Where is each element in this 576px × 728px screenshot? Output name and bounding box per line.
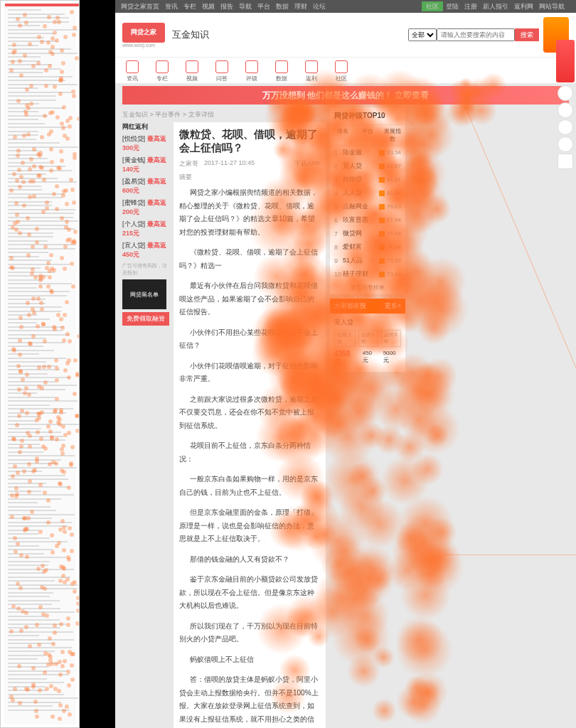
paragraph: 蚂蚁借呗上不上征信 — [179, 653, 320, 667]
topbar-link[interactable]: 报告 — [220, 3, 233, 10]
promo-header: 网红返利 — [122, 122, 169, 132]
nav-icon — [335, 60, 348, 73]
topbar-home[interactable]: 网贷之家首页 — [121, 2, 159, 11]
hot-more[interactable]: 更多> — [385, 301, 401, 311]
promo-item[interactable]: [宜人贷] 最高返450元 — [122, 241, 169, 259]
ranking-row[interactable]: 3拍拍贷81.01 — [330, 173, 405, 186]
logo[interactable]: 网贷之家 — [122, 23, 165, 43]
nav-item[interactable]: 资讯 — [122, 60, 142, 80]
category-title: 互金知识 — [172, 28, 209, 41]
ranking-row[interactable]: 1陆金服83.34 — [330, 146, 405, 159]
promo-item[interactable]: [蜜蜂贷] 最高返200元 — [122, 198, 169, 217]
topbar-right-link[interactable]: 网站导航 — [539, 3, 565, 10]
paragraph: 所以我们现在了，千万别以为现在目前特别火的小贷产品吧。 — [179, 620, 320, 646]
left-column: 互金知识 > 平台事件 > 文章详情 网红返利 [悦悦贷] 最高返300元[黄金… — [122, 107, 326, 728]
ranking-row[interactable]: 2宜人贷81.97 — [330, 159, 405, 173]
topbar-link[interactable]: 导航 — [239, 3, 252, 10]
ranking-more[interactable]: 查看完整榜单 — [330, 281, 405, 294]
float-icons — [558, 85, 573, 171]
paragraph: 网贷之家小编根据舆情频道的相关数据，精心整理的关于《微粒贷、花呗、借呗，逾期了会… — [179, 186, 320, 239]
ranking-row[interactable]: 951人品73.95 — [330, 254, 405, 267]
ranking-row[interactable]: 8爱财富74.04 — [330, 240, 405, 254]
share-icon[interactable] — [558, 85, 573, 101]
weibo-icon[interactable] — [558, 119, 573, 135]
breadcrumb: 互金知识 > 平台事件 > 文章详情 — [122, 107, 326, 122]
phone-icon[interactable] — [558, 136, 573, 152]
paragraph: 但是京东金融里面的金条，原理「打借」原理是一样，说也是会影响征信的办法，意思就是… — [179, 506, 320, 546]
main: 互金知识 > 平台事件 > 文章详情 网红返利 [悦悦贷] 最高返300元[黄金… — [115, 107, 576, 728]
promo-cta[interactable]: 免费领取融资 — [122, 312, 169, 326]
article-date: 2017-11-27 10:45 — [204, 159, 255, 168]
ranking-row[interactable]: 7微贷网77.48 — [330, 227, 405, 240]
rank-badge-icon — [379, 177, 385, 183]
topbar-right-link[interactable]: 登陆 — [446, 3, 459, 10]
divider — [80, 0, 115, 728]
topbar-link[interactable]: 数据 — [276, 3, 289, 10]
hot-name[interactable]: 宜人贷 — [334, 318, 401, 327]
nav-item[interactable]: 返利 — [302, 60, 321, 80]
ranking-row[interactable]: 10桔子理财73.69 — [330, 267, 405, 281]
topbar-right-link[interactable]: 返利网 — [514, 3, 533, 10]
right-column: 网贷评级TOP10 排名 平台 发展指数 1陆金服83.342宜人贷81.973… — [330, 107, 405, 728]
topbar-link[interactable]: 视频 — [202, 3, 215, 10]
promo-ad-image[interactable]: 网贷黑名单 — [122, 279, 166, 309]
rank-badge-icon — [379, 258, 385, 264]
header: 网贷之家 www.wdzj.com 互金知识 全部 搜索 — [115, 13, 576, 57]
promo-banner[interactable]: 万万没想到 他们都是这么赚钱的！ 立即查看 — [122, 86, 569, 105]
nav-icon — [186, 60, 198, 73]
nav-icon — [245, 60, 258, 73]
hot-widget: 大家都在投 更多> 宜人贷 近期上线 运营1年 运营3年 4350元 450元 … — [330, 299, 405, 372]
nav-icon — [126, 60, 139, 73]
nav-item[interactable]: 数据 — [272, 60, 292, 80]
paragraph: 《微粒贷、花呗、借呗，逾期了会上征信吗？》精选一 — [179, 246, 320, 272]
top-icon[interactable] — [558, 154, 573, 169]
promo-disclaimer: 广告可信有风险，注意甄别 — [122, 262, 169, 277]
rank-badge-icon — [379, 231, 385, 237]
promo-item[interactable]: [悦悦贷] 最高返300元 — [122, 134, 169, 153]
wechat-icon[interactable] — [558, 102, 573, 118]
ranking-row[interactable]: 6玖富普惠77.94 — [330, 213, 405, 227]
nav-icon — [156, 60, 169, 73]
nav-item[interactable]: 评级 — [242, 60, 262, 80]
nav-item[interactable]: 问答 — [212, 60, 232, 80]
rank-badge-icon — [379, 245, 385, 250]
ranking-widget: 网贷评级TOP10 排名 平台 发展指数 1陆金服83.342宜人贷81.973… — [330, 107, 405, 294]
nav-item[interactable]: 视频 — [182, 60, 202, 80]
nav-item[interactable]: 专栏 — [152, 60, 172, 80]
rank-badge-icon — [379, 191, 385, 196]
float-badge[interactable] — [556, 40, 575, 82]
topbar-link[interactable]: 专栏 — [183, 3, 196, 10]
search-scope[interactable]: 全部 — [408, 28, 437, 41]
search: 全部 搜索 — [408, 28, 539, 41]
ranking-row[interactable]: 4人人贷81.54 — [330, 186, 405, 200]
search-button[interactable]: 搜索 — [515, 28, 539, 41]
topbar-link[interactable]: 理财 — [294, 3, 307, 10]
topbar-link[interactable]: 平台 — [257, 3, 270, 10]
topbar-link[interactable]: 资讯 — [165, 3, 178, 10]
rank-badge-icon — [379, 150, 385, 156]
article-title: 微粒贷、花呗、借呗，逾期了会上征信吗？ — [179, 128, 320, 155]
topbar-right-link[interactable]: 新人指引 — [483, 3, 508, 10]
nav-item[interactable]: 社区 — [331, 60, 351, 80]
topbar-right-link[interactable]: 社区 — [422, 1, 443, 11]
rank-badge-icon — [379, 272, 385, 277]
paragraph: 那借的钱金融的人又有贷款不？ — [179, 553, 320, 567]
topbar: 网贷之家首页 资讯专栏视频报告导航平台数据理财论坛 社区登陆注册新人指引返利网网… — [115, 0, 576, 13]
promo-item[interactable]: [个人贷] 最高返215元 — [122, 220, 169, 238]
paragraph: 最近有小伙伴在后台问我微粒贷和花呗借呗这些产品，如果逾期了会不会影响自己的征信报… — [179, 279, 320, 319]
paragraph: 一般京东白条如果购物一样，用的是京东自己的钱，目前为止也不上征信。 — [179, 473, 320, 499]
article-body: 网贷之家小编根据舆情频道的相关数据，精心整理的关于《微粒贷、花呗、借呗，逾期了会… — [179, 186, 320, 728]
thumbnail-panel — [0, 0, 80, 728]
promo-item[interactable]: [盈易贷] 最高返600元 — [122, 177, 169, 196]
article: 微粒贷、花呗、借呗，逾期了会上征信吗？ 之家哥 2017-11-27 10:45… — [174, 122, 326, 728]
page-viewport: 网贷之家首页 资讯专栏视频报告导航平台数据理财论坛 社区登陆注册新人指引返利网网… — [115, 0, 576, 728]
ranking-row[interactable]: 5点融网金79.03 — [330, 200, 405, 213]
promo-item[interactable]: [黄金钱] 最高返140元 — [122, 156, 169, 174]
download-app[interactable]: 下载APP — [294, 159, 320, 168]
topbar-right-link[interactable]: 注册 — [464, 3, 477, 10]
topbar-link[interactable]: 论坛 — [313, 3, 326, 10]
ranking-head: 排名 平台 发展指数 — [330, 125, 405, 146]
main-nav: 资讯专栏视频问答评级数据返利社区 — [115, 57, 576, 83]
article-source: 之家哥 — [179, 159, 198, 168]
search-input[interactable] — [437, 28, 515, 41]
